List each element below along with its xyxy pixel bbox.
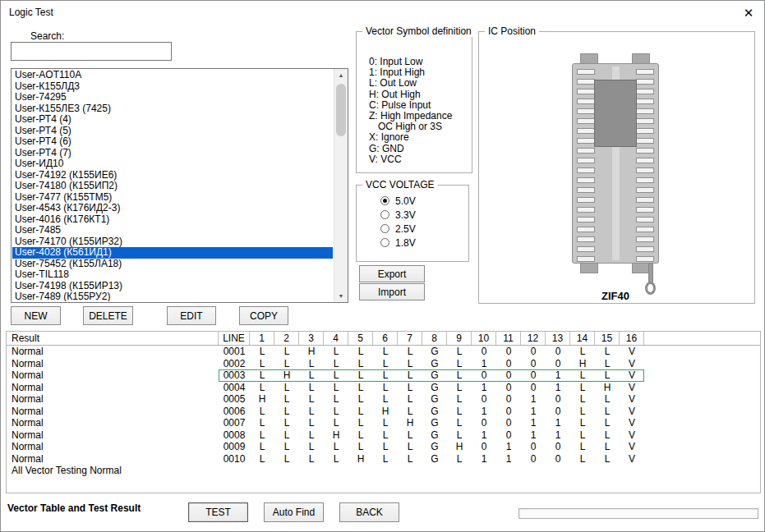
list-item[interactable]: User-ИД10	[12, 158, 333, 170]
list-item[interactable]: User-РТ4 (4)	[12, 114, 333, 126]
table-row[interactable]: Normal0006LLLLLHLGL1010LLV	[7, 406, 760, 418]
result-cell: Normal	[7, 382, 219, 394]
vector-cell: H	[595, 382, 620, 394]
line-cell: 0009	[219, 441, 250, 453]
list-item[interactable]: User-7477 (К155ТМ5)	[12, 192, 333, 204]
copy-button[interactable]: COPY	[239, 306, 288, 325]
delete-button[interactable]: DELETE	[83, 306, 133, 325]
list-item[interactable]: User-74170 (К155ИР32)	[12, 236, 333, 248]
vector-cell: L	[324, 382, 348, 394]
list-item[interactable]: User-7489 (К155РУ2)	[12, 291, 333, 301]
vector-cell: L	[447, 369, 472, 382]
vector-cell: 0	[496, 429, 521, 442]
vector-cell: L	[324, 441, 348, 453]
device-list-scrollbar[interactable]: ▲ ▼	[334, 69, 348, 302]
result-cell: Normal	[7, 346, 219, 358]
pin-slot	[577, 118, 595, 124]
table-row[interactable]: Normal0010LLLLHLLGL1100LLV	[7, 453, 760, 466]
vector-cell: V	[620, 358, 644, 370]
pin-slot	[577, 148, 595, 154]
list-item[interactable]: User-TIL118	[12, 269, 333, 281]
table-row[interactable]: Normal0008LLLHLLLGL1011LLV	[7, 429, 760, 442]
auto-find-button[interactable]: Auto Find	[264, 502, 324, 522]
back-button[interactable]: BACK	[339, 502, 399, 522]
result-cell: Normal	[7, 429, 219, 442]
list-item[interactable]: User-4016 (К176КТ1)	[12, 214, 333, 226]
vector-cell: 1	[521, 406, 546, 418]
vector-cell: L	[398, 453, 422, 466]
list-item[interactable]: User-74192 (К155ИЕ6)	[12, 170, 333, 181]
row-vector-area: 0010LLLLHLLGL1100LLV	[219, 453, 644, 466]
vector-cell: L	[570, 382, 595, 394]
vector-cell: 0	[496, 382, 521, 394]
vector-cell: 0	[472, 393, 496, 406]
vector-cell: 1	[496, 453, 521, 466]
vector-cell: H	[373, 406, 398, 418]
vector-cell: L	[447, 453, 472, 466]
socket-pins-left	[577, 69, 595, 262]
list-item[interactable]: User-75452 (К155ЛА18)	[12, 259, 333, 270]
list-item[interactable]: User-К155ЛЕ3 (7425)	[12, 103, 333, 115]
list-item[interactable]: User-AOT110A	[12, 70, 333, 81]
column-header: 3	[299, 332, 324, 345]
device-list[interactable]: User-AOT110AUser-К155ЛД3User-74295User-К…	[11, 68, 348, 303]
vector-cell: L	[570, 346, 595, 358]
vector-cell: L	[250, 429, 274, 442]
vector-cell: 0	[472, 369, 496, 382]
list-item[interactable]: User-РТ4 (5)	[12, 126, 333, 137]
pin-slot	[636, 197, 654, 203]
vector-cell: 0	[521, 358, 546, 370]
list-item[interactable]: User-74198 (К155ИР13)	[12, 281, 333, 292]
import-button[interactable]: Import	[359, 283, 425, 300]
list-item[interactable]: User-4543 (К176ИД2-3)	[12, 203, 333, 214]
table-row[interactable]: Normal0005HLLLLLLGL0010LLV	[7, 393, 760, 406]
vector-cell: L	[447, 393, 472, 406]
vcc-option-1.8V[interactable]: 1.8V	[380, 236, 416, 250]
pin-slot	[636, 158, 654, 163]
radio-icon	[380, 224, 389, 233]
vector-cell: 1	[546, 429, 570, 442]
table-row[interactable]: Normal0004LLLLLLLGL1001LHV	[7, 382, 760, 394]
scroll-down-icon[interactable]: ▼	[334, 290, 348, 302]
vector-symbol-line: L: Out Low	[369, 78, 452, 89]
edit-button[interactable]: EDIT	[167, 306, 216, 325]
vector-cell: 1	[546, 417, 570, 429]
search-input[interactable]	[11, 42, 172, 61]
list-item[interactable]: User-74295	[12, 92, 333, 103]
test-button[interactable]: TEST	[188, 502, 248, 522]
list-item[interactable]: User-РТ4 (7)	[12, 148, 333, 159]
table-row[interactable]: Normal0001LLHLLLLGL0000LLV	[7, 346, 760, 358]
vector-symbol-line: X: Ignore	[369, 132, 452, 143]
list-item[interactable]: User-К155ЛД3	[12, 81, 333, 93]
close-icon[interactable]: ✕	[740, 4, 758, 22]
scrollbar-thumb[interactable]	[336, 84, 346, 136]
line-cell: 0002	[219, 358, 250, 370]
vcc-option-2.5V[interactable]: 2.5V	[380, 222, 416, 236]
list-item[interactable]: User-7485	[12, 225, 333, 236]
scroll-up-icon[interactable]: ▲	[334, 69, 348, 81]
new-button[interactable]: NEW	[11, 306, 61, 325]
table-row[interactable]: Normal0009LLLLLLLGH0100LLV	[7, 441, 760, 453]
export-button[interactable]: Export	[359, 265, 425, 282]
vector-cell: L	[299, 406, 324, 418]
list-item[interactable]: User-74180 (К155ИП2)	[12, 181, 333, 192]
vector-cell: L	[595, 417, 620, 429]
vcc-option-3.3V[interactable]: 3.3V	[380, 208, 416, 222]
vector-cell: L	[398, 406, 422, 418]
vcc-option-5.0V[interactable]: 5.0V	[380, 194, 416, 208]
radio-icon	[380, 238, 389, 247]
list-item[interactable]: User-РТ4 (6)	[12, 136, 333, 148]
table-row[interactable]: Normal0007LLLLLLHGL0011LLV	[7, 417, 760, 429]
vector-cell: L	[250, 382, 274, 394]
vector-cell: 1	[546, 369, 570, 382]
row-vector-area: 0004LLLLLLLGL1001LHV	[219, 382, 644, 394]
list-item[interactable]: User-4028 (К561ИД1)	[12, 247, 333, 259]
vector-cell: L	[373, 358, 398, 370]
table-row[interactable]: Normal0002LLLLLLLGL1000HLV	[7, 358, 760, 370]
vector-cell: L	[447, 417, 472, 429]
footer-label: Vector Table and Test Result	[7, 502, 141, 514]
vector-cell: L	[348, 393, 373, 406]
vector-cell: L	[250, 369, 274, 382]
table-row[interactable]: Normal0003LHLLLLLGL0001LLV	[7, 369, 760, 382]
vector-cell: L	[570, 369, 595, 382]
